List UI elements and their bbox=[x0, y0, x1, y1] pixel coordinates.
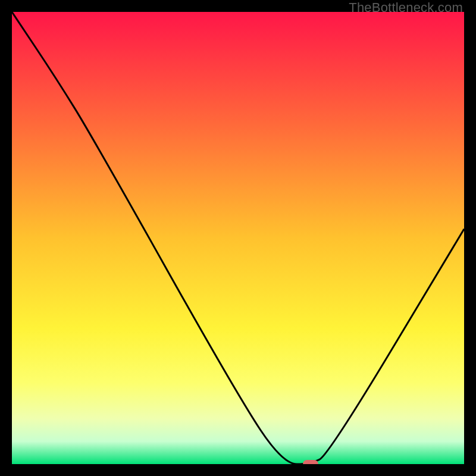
plot-area bbox=[12, 12, 464, 464]
optimal-point-marker bbox=[303, 460, 318, 464]
chart-frame: TheBottleneck.com bbox=[0, 0, 476, 476]
curve-layer bbox=[12, 12, 464, 464]
bottleneck-curve bbox=[12, 12, 464, 464]
watermark-text: TheBottleneck.com bbox=[349, 0, 463, 15]
